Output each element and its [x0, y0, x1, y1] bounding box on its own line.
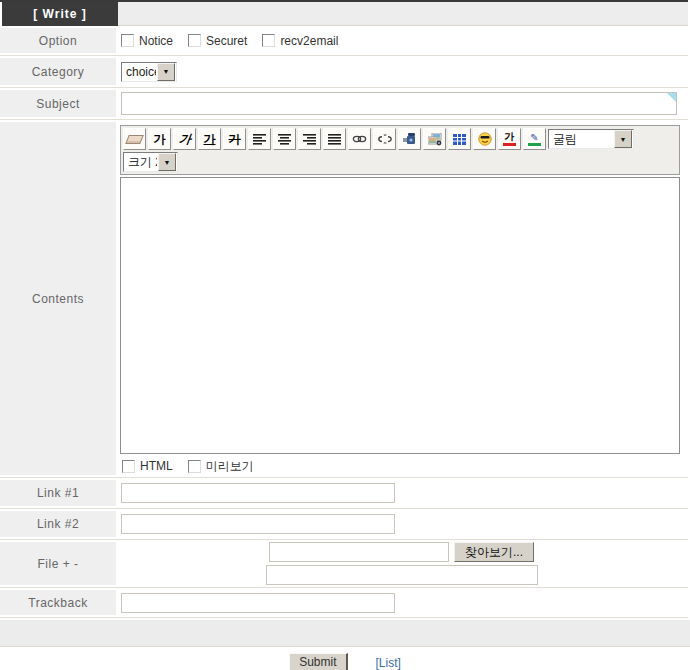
justify-button[interactable]: [323, 128, 346, 150]
subject-label: Subject: [0, 88, 118, 119]
chevron-down-icon: ▼: [157, 63, 175, 81]
highlight-icon: ✎: [528, 133, 541, 146]
font-color-icon: 가: [503, 132, 516, 146]
insert-table-button[interactable]: [448, 128, 471, 150]
editor-toolbar: 가 가 가 가 가 ✎ 굴림: [120, 125, 680, 175]
page-title: [ Write ]: [2, 2, 118, 26]
align-center-icon: [278, 134, 291, 145]
strikethrough-icon: 가: [229, 131, 241, 148]
align-left-button[interactable]: [248, 128, 271, 150]
chevron-down-icon: ▼: [614, 130, 632, 148]
link2-label: Link #2: [0, 509, 118, 539]
trackback-label: Trackback: [0, 588, 118, 617]
font-family-value: 굴림: [549, 131, 613, 148]
notice-checkbox-label: Notice: [139, 34, 173, 48]
remove-format-button[interactable]: [123, 128, 146, 150]
recv2email-checkbox[interactable]: [262, 34, 275, 47]
emoticon-icon: [478, 132, 492, 146]
unlink-icon: [377, 133, 393, 145]
file-input-2[interactable]: [266, 565, 538, 585]
align-center-button[interactable]: [273, 128, 296, 150]
option-row: Option Notice Securet recv2email: [0, 26, 688, 56]
recv2email-checkbox-label: recv2email: [280, 34, 338, 48]
trackback-input[interactable]: [121, 593, 395, 613]
link2-input[interactable]: [121, 514, 395, 534]
align-right-icon: [303, 134, 316, 145]
ime-corner-icon: [667, 93, 676, 102]
preview-checkbox[interactable]: [188, 460, 201, 473]
file-label: File + -: [0, 540, 118, 587]
category-select[interactable]: choice ▼: [121, 62, 177, 82]
html-checkbox[interactable]: [122, 460, 135, 473]
align-left-icon: [253, 134, 266, 145]
bold-button[interactable]: 가: [148, 128, 171, 150]
remove-link-button[interactable]: [373, 128, 396, 150]
insert-link-button[interactable]: [348, 128, 371, 150]
insert-image-button[interactable]: [423, 128, 446, 150]
securet-checkbox[interactable]: [188, 34, 201, 47]
link-icon: [352, 134, 367, 144]
securet-checkbox-label: Securet: [206, 34, 247, 48]
footer: Submit [List]: [0, 647, 690, 670]
chevron-down-icon: ▼: [158, 153, 176, 171]
subject-row: Subject: [0, 88, 688, 120]
link1-label: Link #1: [0, 478, 118, 508]
header-spacer: [118, 2, 688, 26]
html-checkbox-label: HTML: [140, 459, 173, 473]
font-color-button[interactable]: 가: [498, 128, 521, 150]
bold-icon: 가: [154, 131, 166, 148]
header-row: [ Write ]: [0, 2, 690, 26]
font-family-select[interactable]: 굴림 ▼: [548, 129, 634, 149]
submit-button[interactable]: Submit: [289, 653, 347, 670]
contents-editor[interactable]: [120, 177, 680, 454]
option-label: Option: [0, 26, 118, 55]
strikethrough-button[interactable]: 가: [223, 128, 246, 150]
link1-input[interactable]: [121, 483, 395, 503]
underline-button[interactable]: 가: [198, 128, 221, 150]
insert-movie-button[interactable]: [398, 128, 421, 150]
italic-icon: 가: [177, 131, 191, 148]
underline-icon: 가: [204, 131, 216, 148]
highlight-color-button[interactable]: ✎: [523, 128, 546, 150]
movie-icon: [403, 133, 417, 146]
align-right-button[interactable]: [298, 128, 321, 150]
category-select-value: choice: [122, 65, 156, 79]
list-link[interactable]: [List]: [376, 656, 401, 670]
write-form-page: [ Write ] Option Notice Securet recv2ema…: [0, 0, 690, 670]
link1-row: Link #1: [0, 478, 688, 509]
trackback-row: Trackback: [0, 588, 688, 618]
category-label: Category: [0, 56, 118, 87]
subject-input[interactable]: [121, 92, 677, 115]
justify-icon: [328, 134, 341, 145]
contents-row: Contents 가 가 가 가: [0, 120, 688, 478]
italic-button[interactable]: 가: [173, 128, 196, 150]
image-icon: [428, 133, 442, 146]
font-size-value: 크기 2: [124, 154, 157, 171]
contents-label: Contents: [0, 120, 118, 477]
link2-row: Link #2: [0, 509, 688, 540]
notice-checkbox[interactable]: [121, 34, 134, 47]
category-row: Category choice ▼: [0, 56, 688, 88]
file-input[interactable]: [269, 542, 449, 562]
file-row: File + - 찾아보기...: [0, 540, 688, 588]
insert-emoticon-button[interactable]: [473, 128, 496, 150]
browse-button[interactable]: 찾아보기...: [454, 542, 534, 562]
editor-options-row: HTML 미리보기: [122, 457, 682, 475]
font-size-select[interactable]: 크기 2 ▼: [123, 152, 178, 172]
eraser-icon: [125, 135, 144, 144]
footer-spacer-band: [0, 620, 690, 647]
table-icon: [453, 134, 466, 145]
preview-checkbox-label: 미리보기: [206, 458, 254, 475]
